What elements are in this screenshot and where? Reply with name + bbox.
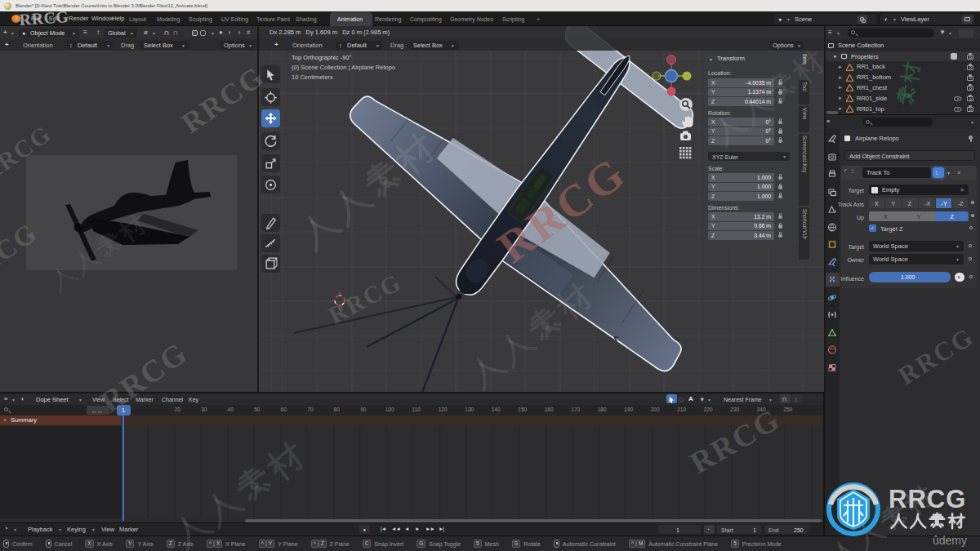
svg-text:ûdemy: ûdemy — [933, 534, 967, 547]
svg-text:RRCG: RRCG — [889, 485, 966, 513]
